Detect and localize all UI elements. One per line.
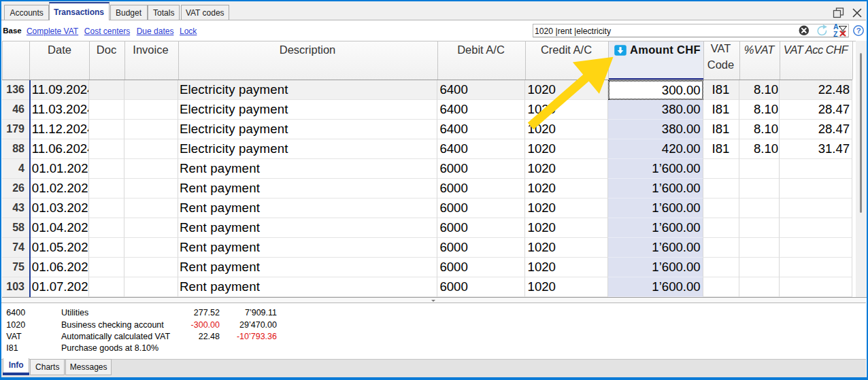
svg-text:Z: Z (833, 30, 838, 38)
svg-text:?: ? (856, 27, 861, 35)
